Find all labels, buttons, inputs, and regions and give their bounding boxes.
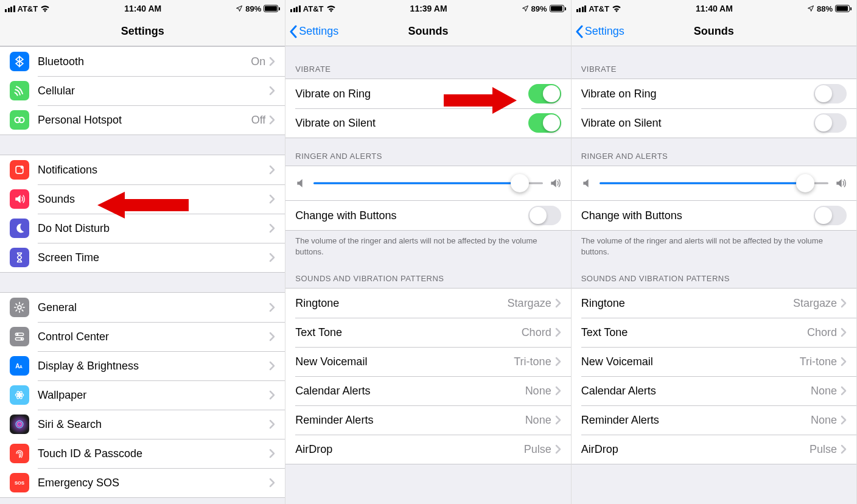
row-vibrate-on-silent[interactable]: Vibrate on Silent: [285, 108, 570, 138]
back-label: Settings: [299, 25, 338, 38]
chevron-right-icon: [841, 386, 847, 396]
fingerprint-icon: [10, 444, 29, 463]
battery-icon: [550, 5, 566, 12]
wifi-icon: [612, 5, 621, 12]
row-vibrate-on-silent[interactable]: Vibrate on Silent: [572, 108, 856, 138]
chevron-right-icon: [269, 253, 275, 262]
row-siri-search[interactable]: Siri & Search: [0, 410, 285, 439]
row-control-center[interactable]: Control Center: [0, 322, 285, 351]
section-header-vibrate: VIBRATE: [572, 46, 856, 79]
ringer-footer: The volume of the ringer and alerts will…: [572, 231, 856, 261]
row-text-tone[interactable]: Text Tone Chord: [572, 318, 856, 347]
clock: 11:39 AM: [410, 4, 447, 13]
text-size-icon: AA: [10, 356, 29, 376]
svg-text:A: A: [19, 365, 23, 369]
row-label: Text Tone: [581, 326, 807, 339]
toggle-vibrate-on-ring[interactable]: [528, 84, 561, 103]
toggle-vibrate-on-silent[interactable]: [528, 113, 561, 133]
row-general[interactable]: General: [0, 293, 285, 322]
nav-bar: Settings Sounds: [285, 17, 570, 46]
chevron-right-icon: [269, 478, 275, 488]
toggle-vibrate-on-silent[interactable]: [814, 113, 847, 133]
back-label: Settings: [585, 25, 624, 38]
row-change-with-buttons[interactable]: Change with Buttons: [572, 201, 856, 230]
chevron-right-icon: [555, 357, 561, 366]
back-button[interactable]: Settings: [575, 17, 624, 46]
svg-point-15: [16, 421, 23, 428]
chevron-right-icon: [841, 327, 847, 337]
row-reminder-alerts[interactable]: Reminder Alerts None: [572, 405, 856, 435]
chevron-right-icon: [269, 194, 275, 204]
battery-pct: 89%: [531, 4, 547, 13]
clock: 11:40 AM: [696, 4, 733, 13]
chevron-right-icon: [269, 361, 275, 371]
settings-group-1: Bluetooth On Cellular Personal Hotspot O…: [0, 46, 285, 135]
row-display-brightness[interactable]: AA Display & Brightness: [0, 351, 285, 380]
row-wallpaper[interactable]: Wallpaper: [0, 380, 285, 410]
row-vibrate-on-ring[interactable]: Vibrate on Ring: [572, 79, 856, 108]
chevron-right-icon: [555, 386, 561, 396]
row-ringtone[interactable]: Ringtone Stargaze: [285, 289, 570, 318]
row-touch-id-passcode[interactable]: Touch ID & Passcode: [0, 439, 285, 468]
row-cellular[interactable]: Cellular: [0, 76, 285, 105]
row-airdrop[interactable]: AirDrop Pulse: [285, 435, 570, 464]
row-change-with-buttons[interactable]: Change with Buttons: [285, 201, 570, 230]
row-text-tone[interactable]: Text Tone Chord: [285, 318, 570, 347]
battery-icon: [264, 5, 280, 12]
flower-icon: [10, 385, 29, 405]
wifi-icon: [40, 5, 50, 12]
row-bluetooth[interactable]: Bluetooth On: [0, 47, 285, 76]
row-value: Pulse: [810, 443, 837, 456]
chevron-right-icon: [841, 415, 847, 425]
row-value: None: [525, 385, 551, 397]
location-icon: [807, 5, 814, 12]
toggle-vibrate-on-ring[interactable]: [814, 84, 847, 103]
row-label: Calendar Alerts: [295, 385, 525, 397]
row-new-voicemail[interactable]: New Voicemail Tri-tone: [285, 347, 570, 376]
signal-bars-icon: [576, 5, 587, 12]
sos-icon: SOS: [10, 473, 29, 492]
row-label: Reminder Alerts: [581, 414, 811, 427]
svg-point-8: [21, 338, 23, 340]
row-notifications[interactable]: Notifications: [0, 155, 285, 184]
volume-slider[interactable]: [600, 175, 828, 192]
row-label: Control Center: [38, 331, 269, 343]
row-do-not-disturb[interactable]: Do Not Disturb: [0, 214, 285, 243]
section-header-ringer: RINGER AND ALERTS: [572, 138, 856, 166]
section-header-patterns: SOUNDS AND VIBRATION PATTERNS: [572, 261, 856, 288]
row-label: Bluetooth: [38, 55, 251, 68]
chevron-right-icon: [269, 332, 275, 341]
sounds-scroll[interactable]: VIBRATE Vibrate on Ring Vibrate on Silen…: [572, 46, 856, 504]
row-reminder-alerts[interactable]: Reminder Alerts None: [285, 405, 570, 435]
toggle-change-with-buttons[interactable]: [528, 206, 561, 225]
chevron-right-icon: [269, 223, 275, 233]
carrier-label: AT&T: [303, 4, 324, 13]
row-airdrop[interactable]: AirDrop Pulse: [572, 435, 856, 464]
sounds-scroll[interactable]: VIBRATE Vibrate on Ring Vibrate on Silen…: [285, 46, 570, 504]
row-label: Vibrate on Silent: [295, 117, 528, 130]
row-screen-time[interactable]: Screen Time: [0, 243, 285, 272]
row-personal-hotspot[interactable]: Personal Hotspot Off: [0, 105, 285, 135]
row-calendar-alerts[interactable]: Calendar Alerts None: [285, 376, 570, 405]
row-ringtone[interactable]: Ringtone Stargaze: [572, 289, 856, 318]
status-bar: AT&T 11:40 AM 89%: [0, 0, 285, 17]
chevron-right-icon: [269, 57, 275, 66]
chevron-right-icon: [269, 449, 275, 458]
row-label: Emergency SOS: [38, 477, 269, 489]
row-label: Change with Buttons: [581, 209, 814, 222]
row-sounds[interactable]: Sounds: [0, 184, 285, 214]
row-emergency-sos[interactable]: SOS Emergency SOS: [0, 468, 285, 497]
chevron-right-icon: [269, 165, 275, 175]
toggle-change-with-buttons[interactable]: [814, 206, 847, 225]
patterns-list: Ringtone Stargaze Text Tone Chord New Vo…: [572, 288, 856, 464]
settings-scroll[interactable]: Bluetooth On Cellular Personal Hotspot O…: [0, 46, 285, 504]
row-value: Stargaze: [508, 297, 551, 310]
row-new-voicemail[interactable]: New Voicemail Tri-tone: [572, 347, 856, 376]
back-button[interactable]: Settings: [289, 17, 338, 46]
svg-point-3: [21, 166, 24, 169]
row-label: Vibrate on Ring: [295, 88, 528, 100]
row-vibrate-on-ring[interactable]: Vibrate on Ring: [285, 79, 570, 108]
volume-slider[interactable]: [313, 175, 542, 192]
row-calendar-alerts[interactable]: Calendar Alerts None: [572, 376, 856, 405]
page-title: Sounds: [694, 25, 734, 38]
